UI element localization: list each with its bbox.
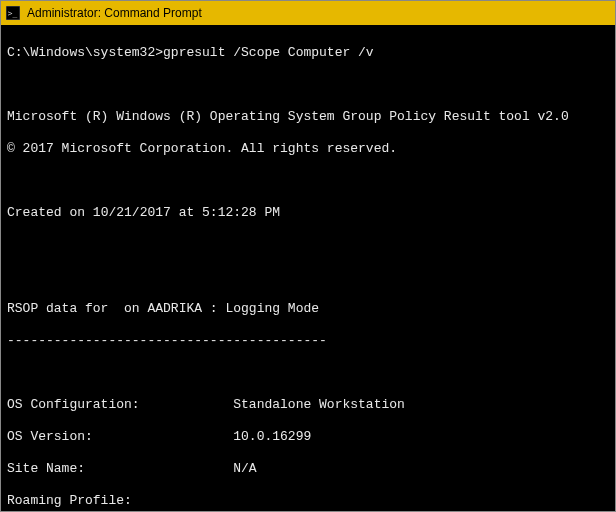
site-name-value: N/A: [233, 461, 256, 476]
window-titlebar[interactable]: >_ Administrator: Command Prompt: [1, 1, 615, 25]
os-version-line: OS Version: 10.0.16299: [7, 429, 609, 445]
cmd-icon: >_: [5, 5, 21, 21]
os-config-value: Standalone Workstation: [233, 397, 405, 412]
header-line2: © 2017 Microsoft Corporation. All rights…: [7, 141, 609, 157]
created-date: ‎10/‎21/‎2017 at 5:12:28 PM: [93, 205, 280, 220]
os-config-line: OS Configuration: Standalone Workstation: [7, 397, 609, 413]
svg-text:>_: >_: [8, 9, 18, 18]
blank-line: [7, 77, 609, 93]
prompt-command: gpresult /Scope Computer /v: [163, 45, 374, 60]
created-on-line: Created on ‎10/‎21/‎2017 at 5:12:28 PM: [7, 205, 609, 221]
site-name-line: Site Name: N/A: [7, 461, 609, 477]
roaming-profile-line: Roaming Profile:: [7, 493, 609, 509]
blank-line: [7, 269, 609, 285]
created-prefix: Created on: [7, 205, 93, 220]
rsop-line: RSOP data for on AADRIKA : Logging Mode: [7, 301, 609, 317]
blank-line: [7, 237, 609, 253]
header-line1: Microsoft (R) Windows (R) Operating Syst…: [7, 109, 609, 125]
blank-line: [7, 365, 609, 381]
os-version-value: 10.0.16299: [233, 429, 311, 444]
os-version-label: OS Version:: [7, 429, 93, 444]
window-title: Administrator: Command Prompt: [27, 6, 202, 20]
site-name-label: Site Name:: [7, 461, 85, 476]
rsop-separator: ----------------------------------------…: [7, 333, 609, 349]
terminal-output[interactable]: C:\Windows\system32>gpresult /Scope Comp…: [1, 25, 615, 511]
os-config-label: OS Configuration:: [7, 397, 140, 412]
prompt-line: C:\Windows\system32>gpresult /Scope Comp…: [7, 45, 609, 61]
blank-line: [7, 173, 609, 189]
prompt-path: C:\Windows\system32>: [7, 45, 163, 60]
